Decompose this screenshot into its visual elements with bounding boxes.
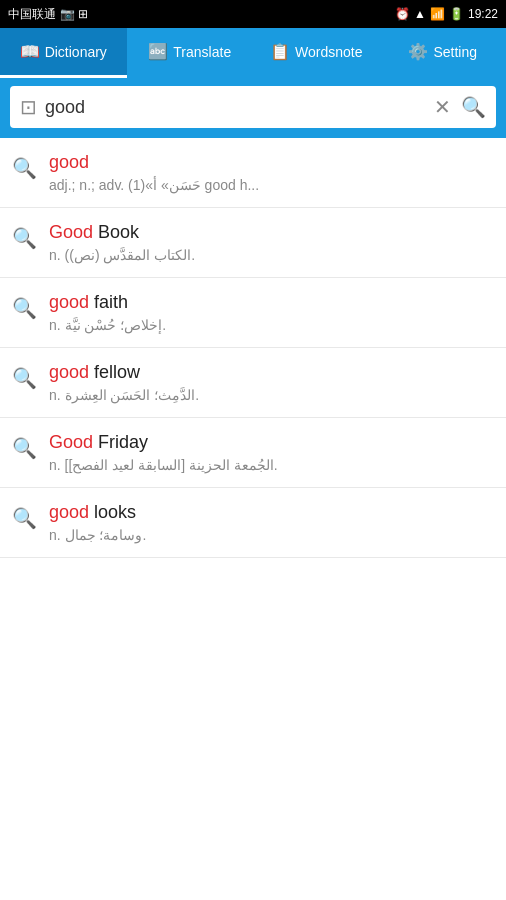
setting-tab-icon: ⚙️ [408, 42, 428, 61]
translate-tab-label: Translate [173, 44, 231, 60]
title-highlight: good [49, 152, 89, 172]
title-rest: faith [89, 292, 128, 312]
status-left: 中国联通 📷 ⊞ [8, 6, 88, 23]
status-icons: 📷 ⊞ [60, 7, 88, 21]
result-content: good adj.; n.; adv. (1)«حَسَن» أ good h.… [49, 152, 494, 193]
search-icon: 🔍 [12, 436, 37, 460]
translate-tab-icon: 🔤 [148, 42, 168, 61]
result-content: good fellow n. الدَّمِث؛ الحَسَن العِشرة… [49, 362, 494, 403]
time-text: 19:22 [468, 7, 498, 21]
result-desc: n. (الكتاب المقدَّس (نص). [49, 247, 494, 263]
list-item[interactable]: 🔍 Good Friday n. [الجُمعة الحزينة [الساب… [0, 418, 506, 488]
title-rest: fellow [89, 362, 140, 382]
status-right: ⏰ ▲ 📶 🔋 19:22 [395, 7, 498, 21]
alarm-icon: ⏰ [395, 7, 410, 21]
result-title: good looks [49, 502, 494, 523]
tab-wordnote[interactable]: 📋 Wordsnote [253, 28, 380, 78]
result-desc: n. [الجُمعة الحزينة [السابقة لعيد الفصح]… [49, 457, 494, 473]
camera-icon[interactable]: ⊡ [20, 95, 37, 119]
search-icon: 🔍 [12, 156, 37, 180]
setting-tab-label: Setting [433, 44, 477, 60]
result-title: good faith [49, 292, 494, 313]
result-title: Good Book [49, 222, 494, 243]
title-rest: Book [93, 222, 139, 242]
wordnote-tab-label: Wordsnote [295, 44, 362, 60]
status-bar: 中国联通 📷 ⊞ ⏰ ▲ 📶 🔋 19:22 [0, 0, 506, 28]
result-content: Good Book n. (الكتاب المقدَّس (نص). [49, 222, 494, 263]
tab-dictionary[interactable]: 📖 Dictionary [0, 28, 127, 78]
search-icon: 🔍 [12, 506, 37, 530]
result-desc: n. إخلاص؛ حُسْن نيَّة. [49, 317, 494, 333]
title-highlight: good [49, 502, 89, 522]
result-desc: adj.; n.; adv. (1)«حَسَن» أ good h... [49, 177, 494, 193]
title-rest: looks [89, 502, 136, 522]
wordnote-tab-icon: 📋 [270, 42, 290, 61]
result-title: good fellow [49, 362, 494, 383]
wifi-icon: ▲ [414, 7, 426, 21]
title-highlight: Good [49, 222, 93, 242]
tab-translate[interactable]: 🔤 Translate [127, 28, 254, 78]
result-content: good faith n. إخلاص؛ حُسْن نيَّة. [49, 292, 494, 333]
dictionary-tab-label: Dictionary [45, 44, 107, 60]
search-icon: 🔍 [12, 366, 37, 390]
result-title: good [49, 152, 494, 173]
title-rest: Friday [93, 432, 148, 452]
list-item[interactable]: 🔍 good faith n. إخلاص؛ حُسْن نيَّة. [0, 278, 506, 348]
nav-tabs: 📖 Dictionary 🔤 Translate 📋 Wordsnote ⚙️ … [0, 28, 506, 78]
result-desc: n. وسامة؛ جمال. [49, 527, 494, 543]
search-icon[interactable]: 🔍 [461, 95, 486, 119]
search-input-wrap: ⊡ ✕ 🔍 [10, 86, 496, 128]
search-input[interactable] [45, 97, 434, 118]
list-item[interactable]: 🔍 Good Book n. (الكتاب المقدَّس (نص). [0, 208, 506, 278]
clear-icon[interactable]: ✕ [434, 95, 451, 119]
search-bar: ⊡ ✕ 🔍 [0, 78, 506, 138]
results-list: 🔍 good adj.; n.; adv. (1)«حَسَن» أ good … [0, 138, 506, 558]
list-item[interactable]: 🔍 good looks n. وسامة؛ جمال. [0, 488, 506, 558]
title-highlight: good [49, 292, 89, 312]
title-highlight: Good [49, 432, 93, 452]
result-content: Good Friday n. [الجُمعة الحزينة [السابقة… [49, 432, 494, 473]
result-title: Good Friday [49, 432, 494, 453]
battery-icon: 🔋 [449, 7, 464, 21]
dictionary-tab-icon: 📖 [20, 42, 40, 61]
carrier-text: 中国联通 [8, 6, 56, 23]
signal-icon: 📶 [430, 7, 445, 21]
search-icon: 🔍 [12, 226, 37, 250]
search-icon: 🔍 [12, 296, 37, 320]
result-content: good looks n. وسامة؛ جمال. [49, 502, 494, 543]
result-desc: n. الدَّمِث؛ الحَسَن العِشرة. [49, 387, 494, 403]
title-highlight: good [49, 362, 89, 382]
list-item[interactable]: 🔍 good fellow n. الدَّمِث؛ الحَسَن العِش… [0, 348, 506, 418]
tab-setting[interactable]: ⚙️ Setting [380, 28, 507, 78]
list-item[interactable]: 🔍 good adj.; n.; adv. (1)«حَسَن» أ good … [0, 138, 506, 208]
